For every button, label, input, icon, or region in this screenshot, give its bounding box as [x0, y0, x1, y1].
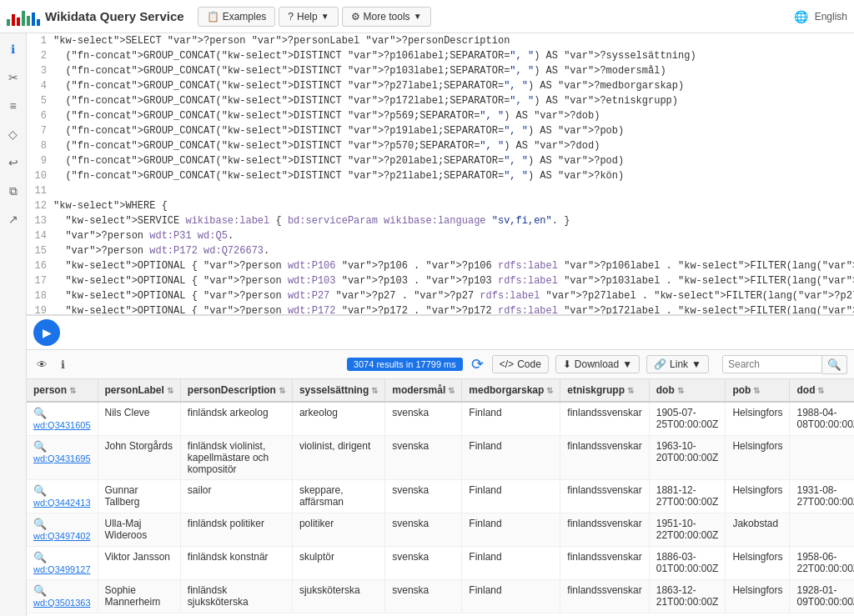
column-header-modersmål[interactable]: modersmål⇅	[385, 379, 462, 402]
code-editor[interactable]: 1"kw-select">SELECT "var">?person "var">…	[27, 33, 854, 315]
table-cell: arkeolog	[292, 402, 384, 436]
sidebar-diamond-icon[interactable]: ◇	[4, 125, 23, 143]
search-icon[interactable]: 🔍	[33, 407, 47, 419]
refresh-icon[interactable]: ⟳	[470, 353, 485, 375]
line-content: "kw-select">OPTIONAL { "var">?person wdt…	[53, 273, 854, 288]
code-button[interactable]: </> Code	[492, 355, 549, 373]
site-title: Wikidata Query Service	[45, 9, 184, 23]
sidebar-undo-icon[interactable]: ↩	[4, 153, 23, 172]
column-header-dod[interactable]: dod⇅	[790, 379, 854, 402]
person-link[interactable]: wd:Q3497402	[33, 531, 91, 541]
search-icon[interactable]: 🔍	[33, 518, 47, 530]
person-link[interactable]: wd:Q3431605	[33, 420, 91, 430]
table-cell: finlandssvenskar	[560, 513, 649, 547]
table-row: 🔍wd:Q3431695John Storgårdsfinländsk viol…	[27, 436, 854, 480]
code-line: 9 ("fn-concat">GROUP_CONCAT("kw-select">…	[27, 153, 854, 168]
search-input[interactable]	[722, 355, 822, 373]
table-header-row: person⇅personLabel⇅personDescription⇅sys…	[27, 379, 854, 402]
column-header-personDescription[interactable]: personDescription⇅	[180, 379, 292, 402]
sidebar-link-icon[interactable]: ↗	[4, 210, 23, 228]
column-header-pob[interactable]: pob⇅	[726, 379, 790, 402]
sidebar-scissors-icon[interactable]: ✂	[4, 68, 23, 87]
link-label: Link	[670, 358, 688, 370]
code-icon: </>	[500, 358, 514, 370]
code-line: 8 ("fn-concat">GROUP_CONCAT("kw-select">…	[27, 138, 854, 153]
help-button[interactable]: ? Help ▼	[279, 7, 338, 27]
view-toggle-button[interactable]: 👁	[33, 357, 51, 373]
line-number: 18	[30, 288, 53, 303]
search-button[interactable]: 🔍	[822, 355, 847, 374]
table-row: 🔍wd:Q3501363Sophie Mannerheimfinländsk s…	[27, 580, 854, 613]
line-content: "kw-select">SELECT "var">?person "var">?…	[53, 33, 851, 48]
line-content: "var">?person wdt:P31 wd:Q5.	[53, 228, 851, 243]
column-header-medborgarskap[interactable]: medborgarskap⇅	[462, 379, 560, 402]
link-icon: 🔗	[654, 358, 666, 370]
code-line: 16 "kw-select">OPTIONAL { "var">?person …	[27, 258, 854, 273]
line-number: 13	[30, 213, 53, 228]
column-header-personLabel[interactable]: personLabel⇅	[98, 379, 180, 402]
sidebar-copy-icon[interactable]: ⧉	[4, 182, 23, 200]
search-icon[interactable]: 🔍	[33, 584, 47, 597]
table-cell: 1963-10-20T00:00:00Z	[649, 436, 726, 480]
more-tools-label: More tools	[364, 11, 410, 23]
search-icon[interactable]: 🔍	[33, 484, 47, 497]
table-cell: Ulla-Maj Wideroos	[98, 513, 180, 547]
column-header-person[interactable]: person⇅	[27, 379, 98, 402]
info-button[interactable]: ℹ	[58, 357, 68, 373]
person-cell[interactable]: 🔍wd:Q3442413	[27, 480, 98, 513]
table-cell: svenska	[385, 436, 462, 480]
line-content: ("fn-concat">GROUP_CONCAT("kw-select">DI…	[53, 78, 851, 93]
person-cell[interactable]: 🔍wd:Q3499127	[27, 547, 98, 580]
column-header-dob[interactable]: dob⇅	[649, 379, 726, 402]
header-right: 🌐 English	[794, 10, 847, 23]
table-cell: svenska	[385, 580, 462, 613]
logo-icon	[7, 8, 40, 26]
link-button[interactable]: 🔗 Link ▼	[646, 355, 709, 373]
search-box-wrapper: 🔍	[722, 355, 847, 374]
run-button[interactable]: ▶	[33, 319, 60, 346]
person-link[interactable]: wd:Q3442413	[33, 498, 91, 508]
person-link[interactable]: wd:Q3501363	[33, 598, 91, 608]
more-tools-button[interactable]: ⚙ More tools ▼	[342, 7, 431, 27]
table-cell: John Storgårds	[98, 436, 180, 480]
results-table-wrapper[interactable]: person⇅personLabel⇅personDescription⇅sys…	[27, 379, 854, 616]
person-link[interactable]: wd:Q3499127	[33, 564, 91, 574]
run-bar: ▶	[27, 315, 854, 349]
search-icon[interactable]: 🔍	[33, 551, 47, 563]
table-cell: svenska	[385, 547, 462, 580]
person-cell[interactable]: 🔍wd:Q3431605	[27, 402, 98, 436]
table-cell: Helsingfors	[726, 436, 790, 480]
line-content: ("fn-concat">GROUP_CONCAT("kw-select">DI…	[53, 63, 851, 78]
line-number: 6	[30, 108, 53, 123]
person-cell[interactable]: 🔍wd:Q3501363	[27, 580, 98, 613]
person-cell[interactable]: 🔍wd:Q3431695	[27, 436, 98, 480]
results-area: 👁 ℹ 3074 results in 17799 ms ⟳ </> Code …	[27, 349, 854, 616]
person-link[interactable]: wd:Q3431695	[33, 453, 91, 463]
download-button[interactable]: ⬇ Download ▼	[555, 355, 640, 373]
table-cell: finländsk konstnär	[180, 547, 292, 580]
code-line: 3 ("fn-concat">GROUP_CONCAT("kw-select">…	[27, 63, 854, 78]
table-cell: Viktor Jansson	[98, 547, 180, 580]
table-cell: svenska	[385, 513, 462, 547]
table-cell: svenska	[385, 480, 462, 513]
line-content: ("fn-concat">GROUP_CONCAT("kw-select">DI…	[53, 48, 851, 63]
table-cell: sailor	[180, 480, 292, 513]
table-cell: finlandssvenskar	[560, 580, 649, 613]
column-header-etniskgrupp[interactable]: etniskgrupp⇅	[560, 379, 649, 402]
editor-area: 1"kw-select">SELECT "var">?person "var">…	[27, 33, 854, 616]
search-icon[interactable]: 🔍	[33, 440, 47, 453]
table-cell: svenska	[385, 402, 462, 436]
download-label: Download	[575, 358, 619, 370]
person-cell[interactable]: 🔍wd:Q3497402	[27, 513, 98, 547]
sidebar-list-icon[interactable]: ≡	[4, 97, 23, 115]
column-header-sysselsättning[interactable]: sysselsättning⇅	[292, 379, 384, 402]
code-line: 5 ("fn-concat">GROUP_CONCAT("kw-select">…	[27, 93, 854, 108]
table-cell: Finland	[462, 580, 560, 613]
table-cell: skeppare, affärsman	[292, 480, 384, 513]
results-tbody: 🔍wd:Q3431605Nils Clevefinländsk arkeolog…	[27, 402, 854, 613]
sidebar-info-icon[interactable]: ℹ	[4, 40, 23, 58]
code-line: 6 ("fn-concat">GROUP_CONCAT("kw-select">…	[27, 108, 854, 123]
examples-button[interactable]: 📋 Examples	[198, 7, 276, 27]
language-label[interactable]: English	[815, 11, 847, 23]
help-icon: ?	[288, 11, 294, 23]
